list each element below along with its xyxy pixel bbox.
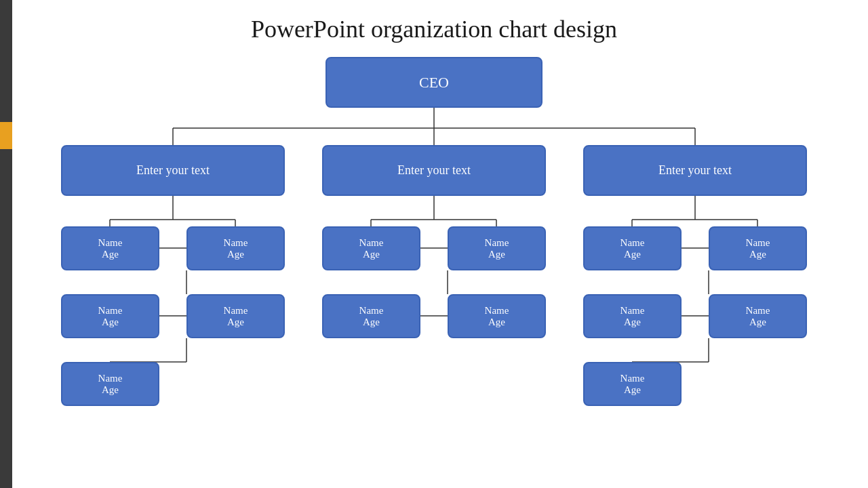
ceo-label: CEO xyxy=(419,74,449,92)
mid-node-2[interactable]: NameAge xyxy=(448,226,546,270)
l2-left-label: Enter your text xyxy=(136,163,210,178)
left-bar xyxy=(0,0,12,488)
l2-right-box[interactable]: Enter your text xyxy=(583,145,807,196)
right-node-4[interactable]: NameAge xyxy=(709,294,807,338)
left-node-4-label: NameAge xyxy=(224,305,248,328)
l2-right-label: Enter your text xyxy=(658,163,732,178)
right-node-3-label: NameAge xyxy=(620,305,645,328)
right-node-5-label: NameAge xyxy=(620,373,645,396)
left-node-2[interactable]: NameAge xyxy=(186,226,285,270)
mid-node-3[interactable]: NameAge xyxy=(322,294,420,338)
right-node-3[interactable]: NameAge xyxy=(583,294,682,338)
right-node-1-label: NameAge xyxy=(620,237,645,260)
left-node-4[interactable]: NameAge xyxy=(186,294,285,338)
mid-node-2-label: NameAge xyxy=(485,237,509,260)
left-bar-accent xyxy=(0,122,12,149)
right-node-1[interactable]: NameAge xyxy=(583,226,682,270)
mid-node-4[interactable]: NameAge xyxy=(448,294,546,338)
left-node-1-label: NameAge xyxy=(98,237,123,260)
right-node-2[interactable]: NameAge xyxy=(709,226,807,270)
left-node-5[interactable]: NameAge xyxy=(61,362,159,406)
mid-node-1[interactable]: NameAge xyxy=(322,226,420,270)
mid-node-3-label: NameAge xyxy=(359,305,384,328)
left-node-2-label: NameAge xyxy=(224,237,248,260)
l2-left-box[interactable]: Enter your text xyxy=(61,145,285,196)
right-node-4-label: NameAge xyxy=(746,305,770,328)
right-node-2-label: NameAge xyxy=(746,237,770,260)
left-node-5-label: NameAge xyxy=(98,373,123,396)
page: PowerPoint organization chart design xyxy=(0,0,868,488)
l2-mid-box[interactable]: Enter your text xyxy=(322,145,546,196)
right-node-5[interactable]: NameAge xyxy=(583,362,682,406)
mid-node-4-label: NameAge xyxy=(485,305,509,328)
l2-mid-label: Enter your text xyxy=(397,163,471,178)
left-node-3-label: NameAge xyxy=(98,305,123,328)
left-node-3[interactable]: NameAge xyxy=(61,294,159,338)
mid-node-1-label: NameAge xyxy=(359,237,384,260)
left-node-1[interactable]: NameAge xyxy=(61,226,159,270)
ceo-box[interactable]: CEO xyxy=(326,57,542,108)
org-chart: CEO Enter your text Enter your text Ente… xyxy=(14,50,854,488)
page-title: PowerPoint organization chart design xyxy=(0,0,868,50)
